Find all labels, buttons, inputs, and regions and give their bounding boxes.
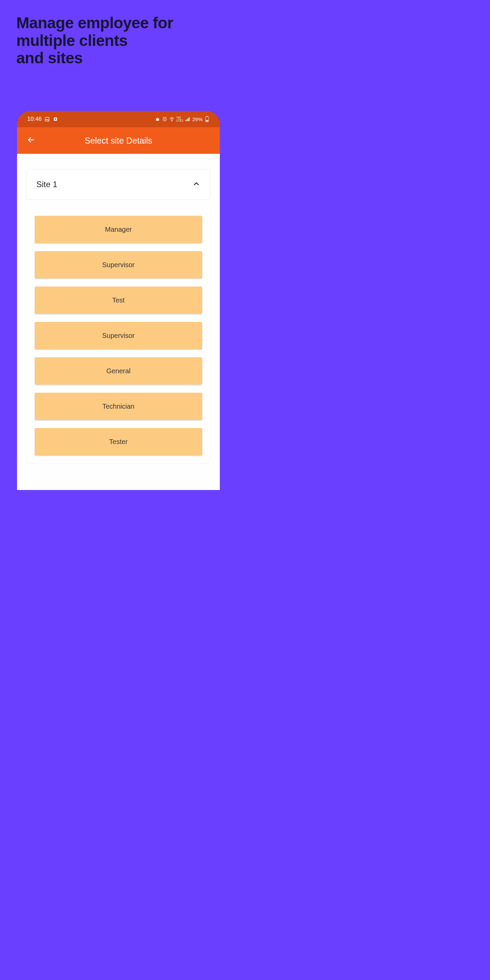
status-time: 10:46 [27, 116, 42, 123]
svg-point-2 [54, 118, 56, 120]
network-label: Vo)LTE1 [176, 116, 183, 122]
role-item[interactable]: Test [35, 286, 202, 314]
svg-rect-8 [189, 118, 189, 121]
svg-rect-7 [188, 118, 189, 121]
role-item[interactable]: Manager [35, 216, 202, 243]
screen-body: Site 1 Manager Supervisor Test Superviso… [17, 154, 220, 490]
phone-frame: 10:46 Vo)LTE1 29% [17, 111, 220, 490]
status-bar-right: Vo)LTE1 29% [155, 116, 210, 122]
media-icon [53, 116, 58, 122]
battery-icon [204, 116, 210, 122]
back-arrow-icon[interactable] [27, 135, 35, 146]
roles-list: Manager Supervisor Test Supervisor Gener… [27, 208, 210, 463]
image-icon [45, 116, 50, 122]
role-item[interactable]: Supervisor [35, 251, 202, 278]
site-select[interactable]: Site 1 [27, 169, 210, 199]
headline-line3: and sites [16, 49, 83, 67]
role-label: Tester [109, 438, 127, 446]
site-select-value: Site 1 [37, 180, 57, 189]
role-item[interactable]: Technician [35, 393, 202, 420]
svg-rect-5 [185, 120, 186, 121]
role-label: Technician [102, 402, 135, 410]
role-label: Test [112, 296, 125, 304]
headline-line2: multiple clients [16, 32, 127, 49]
svg-rect-6 [187, 119, 188, 121]
role-label: Manager [105, 226, 132, 234]
headline-line1: Manage employee for [16, 14, 173, 32]
role-label: Supervisor [102, 332, 135, 340]
chevron-up-icon [192, 180, 200, 189]
svg-rect-0 [45, 117, 49, 121]
battery-percent: 29% [192, 116, 202, 122]
role-label: General [106, 367, 130, 375]
status-bar-left: 10:46 [27, 116, 58, 123]
role-item[interactable]: General [35, 357, 202, 385]
app-bar-title: Select site Details [17, 136, 220, 146]
signal-icon [185, 116, 191, 122]
role-label: Supervisor [102, 261, 135, 269]
wifi-icon [169, 116, 175, 122]
status-bar: 10:46 Vo)LTE1 29% [17, 111, 220, 127]
marketing-headline: Manage employee for multiple clients and… [16, 14, 173, 67]
alarm-icon [162, 116, 167, 122]
svg-rect-11 [206, 120, 208, 121]
role-item[interactable]: Tester [35, 428, 202, 455]
role-item[interactable]: Supervisor [35, 322, 202, 349]
svg-rect-10 [206, 116, 208, 117]
update-icon [155, 116, 160, 122]
app-bar: Select site Details [17, 127, 220, 154]
